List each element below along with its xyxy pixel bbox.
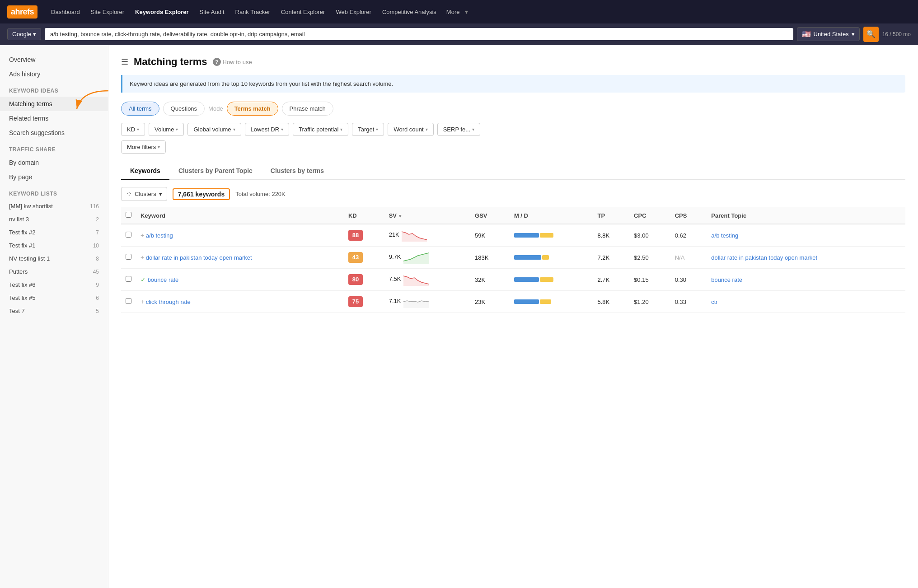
table-tab-keywords[interactable]: Keywords: [121, 163, 169, 180]
parent-topic-cell-3: ctr: [707, 291, 905, 313]
parent-topic-cell-0: a/b testing: [707, 224, 905, 247]
th-parent-topic: Parent Topic: [707, 207, 905, 224]
tab-all-terms[interactable]: All terms: [121, 102, 159, 116]
add-icon[interactable]: +: [141, 254, 144, 261]
sidebar-item-matching-terms[interactable]: Matching terms: [0, 97, 108, 111]
keyword-link-1[interactable]: dollar rate in pakistan today open marke…: [146, 254, 252, 261]
sidebar-list-count-2: 7: [96, 229, 99, 236]
more-filters-button[interactable]: More filters ▾: [121, 140, 166, 154]
sidebar-list-item-2[interactable]: Test fix #2 7: [0, 226, 108, 239]
sidebar-item-related-terms[interactable]: Related terms: [0, 111, 108, 126]
add-icon[interactable]: +: [141, 232, 144, 239]
filter-kd[interactable]: KD ▾: [121, 123, 145, 136]
keyword-link-0[interactable]: a/b testing: [146, 232, 173, 239]
select-all-checkbox[interactable]: [126, 212, 131, 218]
search-bar: Google ▾ a/b testing, bounce rate, click…: [0, 23, 918, 45]
row-checkbox-0[interactable]: [126, 232, 131, 238]
sidebar-list-item-3[interactable]: Test fix #1 10: [0, 239, 108, 252]
hamburger-icon[interactable]: ☰: [121, 57, 128, 67]
filter-serp[interactable]: SERP fe... ▾: [437, 123, 480, 136]
filter-global-volume[interactable]: Global volume ▾: [187, 123, 241, 136]
nav-keywords-explorer[interactable]: Keywords Explorer: [131, 6, 193, 18]
clusters-label: Clusters: [135, 191, 156, 197]
add-icon[interactable]: +: [141, 298, 144, 305]
keyword-input[interactable]: a/b testing, bounce rate, click-through …: [45, 28, 793, 40]
sidebar-item-by-domain[interactable]: By domain: [0, 155, 108, 170]
nav-site-audit[interactable]: Site Audit: [195, 6, 229, 18]
nav-site-explorer[interactable]: Site Explorer: [86, 6, 129, 18]
sv-value-3: 7.1K: [389, 298, 401, 304]
cps-cell-2: 0.30: [670, 269, 707, 291]
lowest-dr-chevron-icon: ▾: [281, 127, 283, 132]
filter-kd-label: KD: [127, 126, 135, 133]
tab-phrase-match[interactable]: Phrase match: [282, 102, 333, 116]
logo[interactable]: ahrefs: [7, 5, 37, 19]
sidebar-list-item-7[interactable]: Test fix #5 6: [0, 291, 108, 304]
sidebar-item-search-suggestions[interactable]: Search suggestions: [0, 126, 108, 140]
table-body: + a/b testing8821K 59K8.8K$3.000.62a/b t…: [121, 224, 905, 313]
md-cell-0: [510, 224, 593, 247]
nav-more[interactable]: More: [443, 6, 464, 18]
keyword-link-3[interactable]: click through rate: [146, 299, 191, 305]
filter-traffic-potential[interactable]: Traffic potential ▾: [293, 123, 348, 136]
row-checkbox-3[interactable]: [126, 298, 131, 304]
trend-chart-3: [403, 295, 430, 308]
parent-topic-link-3[interactable]: ctr: [711, 299, 717, 305]
page-header: ☰ Matching terms ? How to use: [121, 56, 905, 68]
quota-label: 16 / 500 mo: [882, 31, 911, 37]
sidebar-list-label-4: NV testing list 1: [9, 255, 50, 262]
gsv-cell-3: 23K: [470, 291, 510, 313]
sidebar-list-count-4: 8: [96, 256, 99, 262]
sidebar-list-item-8[interactable]: Test 7 5: [0, 304, 108, 317]
nav-rank-tracker[interactable]: Rank Tracker: [231, 6, 275, 18]
parent-topic-link-1[interactable]: dollar rate in pakistan today open marke…: [711, 254, 817, 261]
clusters-button[interactable]: ⁘ Clusters ▾: [121, 187, 167, 201]
gsv-cell-1: 183K: [470, 247, 510, 269]
sidebar-list-count-7: 6: [96, 295, 99, 301]
table-section: Keywords Clusters by Parent Topic Cluste…: [121, 163, 905, 313]
th-sv[interactable]: SV: [384, 207, 470, 224]
table-tab-clusters-parent[interactable]: Clusters by Parent Topic: [169, 163, 262, 180]
cpc-cell-0: $3.00: [629, 224, 670, 247]
filter-lowest-dr[interactable]: Lowest DR ▾: [245, 123, 290, 136]
sidebar-list-count-8: 5: [96, 308, 99, 314]
filter-word-count[interactable]: Word count ▾: [388, 123, 433, 136]
nav-competitive-analysis[interactable]: Competitive Analysis: [378, 6, 441, 18]
sidebar-item-by-page[interactable]: By page: [0, 170, 108, 184]
search-engine-selector[interactable]: Google ▾: [7, 28, 41, 40]
sidebar-list-label-8: Test 7: [9, 308, 25, 314]
sidebar-list-item-1[interactable]: nv list 3 2: [0, 213, 108, 226]
row-checkbox-1[interactable]: [126, 254, 131, 260]
country-selector[interactable]: 🇺🇸 United States ▾: [797, 27, 860, 41]
parent-topic-link-0[interactable]: a/b testing: [711, 232, 738, 239]
sidebar-section-keyword-ideas: Keyword ideas: [0, 81, 108, 97]
search-button[interactable]: 🔍: [863, 27, 879, 42]
keywords-count-badge: 7,661 keywords: [173, 188, 230, 200]
parent-topic-link-2[interactable]: bounce rate: [711, 276, 742, 283]
keyword-link-2[interactable]: bounce rate: [148, 276, 179, 283]
sidebar: Overview Ads history Keyword ideas Match…: [0, 45, 108, 588]
mode-label: Mode: [208, 105, 223, 112]
nav-dashboard[interactable]: Dashboard: [47, 6, 84, 18]
tab-questions[interactable]: Questions: [163, 102, 205, 116]
sidebar-list-item-5[interactable]: Putters 45: [0, 265, 108, 278]
sidebar-list-item-4[interactable]: NV testing list 1 8: [0, 252, 108, 265]
nav-web-explorer[interactable]: Web Explorer: [331, 6, 376, 18]
md-cell-2: [510, 269, 593, 291]
how-to-use-link[interactable]: ? How to use: [213, 58, 252, 66]
tab-terms-match[interactable]: Terms match: [227, 102, 278, 116]
table-row: + a/b testing8821K 59K8.8K$3.000.62a/b t…: [121, 224, 905, 247]
sidebar-list-item-0[interactable]: [MM] kw shortlist 116: [0, 200, 108, 213]
table-tab-clusters-terms[interactable]: Clusters by terms: [262, 163, 333, 180]
filter-volume[interactable]: Volume ▾: [149, 123, 184, 136]
data-table: Keyword KD SV GSV M / D TP CPC CPS Paren…: [121, 207, 905, 313]
clusters-row: ⁘ Clusters ▾ 7,661 keywords Total volume…: [121, 187, 905, 201]
row-checkbox-2[interactable]: [126, 276, 131, 282]
sidebar-item-ads-history[interactable]: Ads history: [0, 67, 108, 81]
sidebar-item-overview[interactable]: Overview: [0, 52, 108, 67]
sv-value-1: 9.7K: [389, 253, 401, 260]
top-nav: ahrefs Dashboard Site Explorer Keywords …: [0, 0, 918, 23]
sidebar-list-item-6[interactable]: Test fix #6 9: [0, 278, 108, 291]
filter-target[interactable]: Target ▾: [352, 123, 384, 136]
nav-content-explorer[interactable]: Content Explorer: [276, 6, 330, 18]
